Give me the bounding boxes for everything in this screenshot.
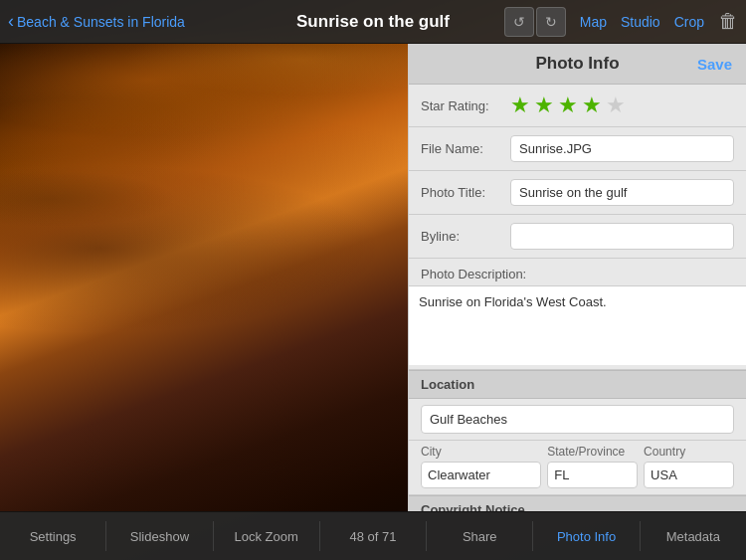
- settings-toolbar-item[interactable]: Settings: [0, 512, 105, 560]
- star-5[interactable]: ★: [606, 93, 626, 118]
- byline-input[interactable]: [510, 223, 734, 250]
- photo-counter: 48 of 71: [349, 529, 396, 544]
- file-name-row: File Name:: [409, 127, 746, 171]
- photo-title-input[interactable]: [510, 179, 734, 206]
- share-toolbar-item[interactable]: Share: [427, 512, 532, 560]
- nav-right: ↺ ↻ Map Studio Crop 🗑: [494, 7, 738, 37]
- stars-container: ★ ★ ★ ★ ★: [510, 93, 626, 118]
- city-state-country-row: City State/Province Country: [409, 441, 746, 495]
- back-label: Beach & Sunsets in Florida: [17, 14, 185, 30]
- file-name-input[interactable]: [510, 135, 734, 162]
- bottom-toolbar: Settings Slideshow Lock Zoom 48 of 71 Sh…: [0, 511, 746, 560]
- state-label: State/Province: [547, 441, 638, 459]
- star-3[interactable]: ★: [558, 93, 578, 118]
- delete-button[interactable]: 🗑: [718, 10, 738, 33]
- state-input[interactable]: [547, 462, 638, 488]
- photo-info-panel: Photo Info Save Star Rating: ★ ★ ★ ★ ★ F…: [408, 44, 746, 511]
- photo-info-label: Photo Info: [557, 529, 616, 544]
- counter-toolbar-item: 48 of 71: [320, 512, 426, 560]
- nav-left: ‹ Beach & Sunsets in Florida: [8, 11, 252, 32]
- photo-description-textarea[interactable]: Sunrise on Florida's West Coast.: [409, 285, 746, 365]
- photo-title-label: Photo Title:: [421, 185, 510, 200]
- lock-zoom-label: Lock Zoom: [235, 529, 298, 544]
- country-label: Country: [644, 441, 734, 459]
- star-rating-label: Star Rating:: [421, 98, 510, 113]
- copyright-section-header: Copyright Notice: [409, 495, 746, 511]
- file-name-label: File Name:: [421, 141, 510, 156]
- slideshow-toolbar-item[interactable]: Slideshow: [106, 512, 212, 560]
- panel-header: Photo Info Save: [409, 44, 746, 85]
- star-2[interactable]: ★: [534, 93, 554, 118]
- country-column: Country: [644, 441, 734, 488]
- back-arrow-icon: ‹: [8, 11, 14, 32]
- redo-button[interactable]: ↻: [536, 7, 566, 37]
- country-input[interactable]: [644, 462, 734, 488]
- location-input[interactable]: [421, 405, 734, 434]
- map-button[interactable]: Map: [580, 14, 607, 30]
- city-input[interactable]: [421, 462, 541, 488]
- metadata-label: Metadata: [666, 529, 720, 544]
- settings-label: Settings: [30, 529, 77, 544]
- share-label: Share: [463, 529, 497, 544]
- lock-zoom-toolbar-item[interactable]: Lock Zoom: [214, 512, 319, 560]
- star-rating-row: Star Rating: ★ ★ ★ ★ ★: [409, 85, 746, 127]
- studio-button[interactable]: Studio: [621, 14, 660, 30]
- metadata-toolbar-item[interactable]: Metadata: [641, 512, 746, 560]
- photo-description-label: Photo Description:: [409, 259, 746, 285]
- nav-title: Sunrise on the gulf: [296, 12, 450, 31]
- star-1[interactable]: ★: [510, 93, 530, 118]
- panel-content: Star Rating: ★ ★ ★ ★ ★ File Name: Photo …: [409, 85, 746, 511]
- undo-button[interactable]: ↺: [504, 7, 534, 37]
- crop-button[interactable]: Crop: [674, 14, 704, 30]
- state-column: State/Province: [547, 441, 638, 488]
- photo-info-toolbar-item[interactable]: Photo Info: [533, 512, 639, 560]
- city-label: City: [421, 441, 541, 459]
- slideshow-label: Slideshow: [130, 529, 189, 544]
- city-column: City: [421, 441, 541, 488]
- save-button[interactable]: Save: [697, 56, 732, 73]
- top-navigation: ‹ Beach & Sunsets in Florida Sunrise on …: [0, 0, 746, 44]
- nav-center: Sunrise on the gulf: [252, 12, 495, 32]
- star-4[interactable]: ★: [582, 93, 602, 118]
- photo-title-row: Photo Title:: [409, 171, 746, 215]
- byline-label: Byline:: [421, 229, 510, 244]
- history-buttons: ↺ ↻: [504, 7, 566, 37]
- photo-description-section: Photo Description: Sunrise on Florida's …: [409, 259, 746, 370]
- panel-title: Photo Info: [526, 54, 630, 74]
- location-section-header: Location: [409, 370, 746, 399]
- back-button[interactable]: ‹ Beach & Sunsets in Florida: [8, 11, 185, 32]
- location-row: [409, 399, 746, 441]
- byline-row: Byline:: [409, 215, 746, 259]
